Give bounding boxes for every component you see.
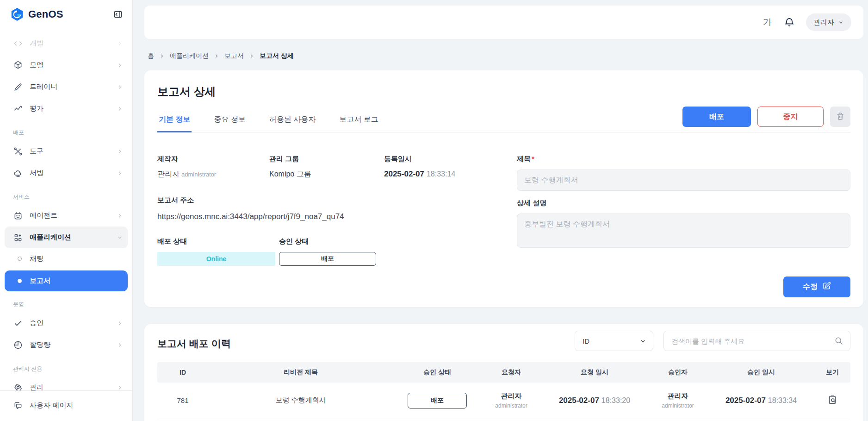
tab-important-info[interactable]: 중요 정보 bbox=[212, 109, 247, 132]
chevron-right-icon bbox=[117, 62, 123, 69]
tab-allowed-users[interactable]: 허용된 사용자 bbox=[268, 109, 317, 132]
breadcrumb-application[interactable]: 애플리케이션 bbox=[170, 52, 209, 60]
report-detail-card: 보고서 상세 기본 정보 중요 정보 허용된 사용자 보고서 로그 배포 중지 … bbox=[144, 70, 863, 307]
sidebar-collapse-icon[interactable] bbox=[112, 8, 124, 20]
edit-button[interactable]: 수정 bbox=[783, 276, 850, 297]
code-icon bbox=[13, 38, 23, 48]
sidebar-item-tools[interactable]: 도구 bbox=[0, 140, 132, 162]
col-id: ID bbox=[157, 362, 208, 383]
sidebar-item-trainer[interactable]: 트레이너 bbox=[0, 76, 132, 98]
deploy-button[interactable]: 배포 bbox=[682, 107, 751, 127]
filter-selected-value: ID bbox=[583, 337, 639, 345]
approval-status-badge: 배포 bbox=[408, 393, 467, 408]
cell-id: 781 bbox=[157, 383, 208, 419]
breadcrumb-current: 보고서 상세 bbox=[260, 52, 294, 60]
notification-bell-icon[interactable] bbox=[784, 17, 795, 28]
sidebar-item-model[interactable]: 모델 bbox=[0, 54, 132, 76]
sidebar-nav: 개발 모델 트레이너 평가 배포 도구 서빙 서비스 bbox=[0, 26, 132, 398]
sidebar-item-quota[interactable]: 할당량 bbox=[0, 334, 132, 356]
chevron-right-icon bbox=[117, 342, 123, 348]
title-label: 제목* bbox=[517, 155, 850, 163]
col-request-date: 요청 일시 bbox=[541, 362, 648, 383]
topbar: 가 관리자 bbox=[144, 6, 863, 39]
report-url-label: 보고서 주소 bbox=[157, 196, 517, 205]
col-view: 보기 bbox=[814, 362, 850, 383]
main-area: 가 관리자 홈 애플리케이션 보고서 보고서 상세 보고서 상세 기본 정보 중… bbox=[133, 0, 868, 421]
deploy-status-badge: Online bbox=[157, 252, 275, 266]
chevron-right-icon bbox=[117, 170, 123, 176]
delete-button[interactable] bbox=[830, 107, 850, 127]
view-report-icon[interactable] bbox=[827, 395, 837, 405]
tools-icon bbox=[13, 146, 23, 156]
search-input[interactable] bbox=[671, 337, 834, 345]
chevron-right-icon bbox=[214, 53, 219, 59]
group-label: 관리 그룹 bbox=[269, 155, 384, 163]
col-approver: 승인자 bbox=[648, 362, 708, 383]
registered-value: 2025-02-0718:33:14 bbox=[384, 170, 455, 179]
chevron-right-icon bbox=[117, 384, 123, 391]
search-icon[interactable] bbox=[834, 336, 843, 346]
sidebar-item-report[interactable]: 보고서 bbox=[5, 270, 128, 291]
chevron-right-icon bbox=[117, 213, 123, 219]
chevron-down-icon bbox=[838, 19, 844, 25]
chevron-right-icon bbox=[249, 53, 254, 59]
description-textarea[interactable] bbox=[517, 214, 850, 248]
breadcrumb: 홈 애플리케이션 보고서 보고서 상세 bbox=[148, 52, 294, 60]
report-url-value: https://genos.mnc.ai:3443/app/report/j7f… bbox=[157, 212, 517, 221]
cell-view bbox=[814, 383, 850, 419]
sidebar-item-evaluation[interactable]: 평가 bbox=[0, 98, 132, 119]
trash-icon bbox=[836, 112, 845, 122]
sidebar: GenOS 개발 모델 트레이너 평가 배포 도구 bbox=[0, 0, 133, 421]
sidebar-footer: 사용자 페이지 bbox=[0, 390, 132, 421]
cell-request-date: 2025-02-0718:33:20 bbox=[541, 383, 648, 419]
pencil-icon bbox=[13, 82, 23, 92]
cell-approval-status: 배포 bbox=[393, 383, 481, 419]
history-table: ID 리비전 제목 승인 상태 요청자 요청 일시 승인자 승인 일시 보기 7… bbox=[157, 362, 850, 419]
genos-logo-icon bbox=[10, 7, 24, 21]
cell-approval-date: 2025-02-0718:33:34 bbox=[708, 383, 814, 419]
font-size-toggle[interactable]: 가 bbox=[763, 16, 772, 28]
sidebar-section-service: 서비스 bbox=[0, 184, 132, 205]
deploy-status-label: 배포 상태 bbox=[157, 237, 275, 246]
cube-icon bbox=[13, 60, 23, 70]
chevron-right-icon bbox=[117, 148, 123, 155]
cell-approver: 관리자 administrator bbox=[648, 383, 708, 419]
tab-report-log[interactable]: 보고서 로그 bbox=[338, 109, 379, 132]
bullet-icon bbox=[18, 279, 22, 283]
sidebar-item-application[interactable]: 애플리케이션 bbox=[5, 226, 128, 248]
cloud-icon bbox=[13, 168, 23, 178]
filter-select[interactable]: ID bbox=[575, 331, 653, 351]
table-row: 781 보령 수행계획서 배포 관리자 administrator 2025-0… bbox=[157, 383, 850, 419]
breadcrumb-home[interactable]: 홈 bbox=[148, 52, 154, 60]
title-input[interactable] bbox=[517, 170, 850, 191]
brand-name: GenOS bbox=[28, 8, 112, 20]
chevron-right-icon bbox=[117, 106, 123, 112]
detail-actions: 배포 중지 bbox=[682, 107, 850, 127]
agent-icon bbox=[13, 211, 23, 220]
col-requester: 요청자 bbox=[481, 362, 541, 383]
sidebar-item-chat[interactable]: 채팅 bbox=[0, 248, 132, 269]
creator-value: 관리자administrator bbox=[157, 170, 269, 179]
required-asterisk: * bbox=[532, 155, 534, 163]
stop-button[interactable]: 중지 bbox=[757, 107, 824, 127]
chevron-down-icon bbox=[639, 338, 646, 345]
chevron-right-icon bbox=[159, 53, 165, 59]
search-box bbox=[663, 331, 850, 351]
sidebar-item-user-page[interactable]: 사용자 페이지 bbox=[0, 395, 132, 416]
history-controls: ID bbox=[575, 331, 850, 351]
tab-basic-info[interactable]: 기본 정보 bbox=[157, 109, 192, 132]
cell-revision-title: 보령 수행계획서 bbox=[208, 383, 393, 419]
page-title: 보고서 상세 bbox=[157, 84, 850, 99]
sidebar-item-serving[interactable]: 서빙 bbox=[0, 162, 132, 184]
breadcrumb-report[interactable]: 보고서 bbox=[224, 52, 244, 60]
group-value: Komipo 그룹 bbox=[269, 170, 384, 179]
chevron-right-icon bbox=[117, 320, 123, 327]
user-menu-button[interactable]: 관리자 bbox=[806, 13, 851, 31]
sidebar-item-agent[interactable]: 에이전트 bbox=[0, 205, 132, 226]
user-page-icon bbox=[13, 401, 23, 410]
chevron-down-icon bbox=[117, 234, 123, 241]
description-label: 상세 설명 bbox=[517, 199, 850, 207]
sidebar-item-approval[interactable]: 승인 bbox=[0, 312, 132, 334]
cell-requester: 관리자 administrator bbox=[481, 383, 541, 419]
chevron-right-icon bbox=[117, 84, 123, 90]
